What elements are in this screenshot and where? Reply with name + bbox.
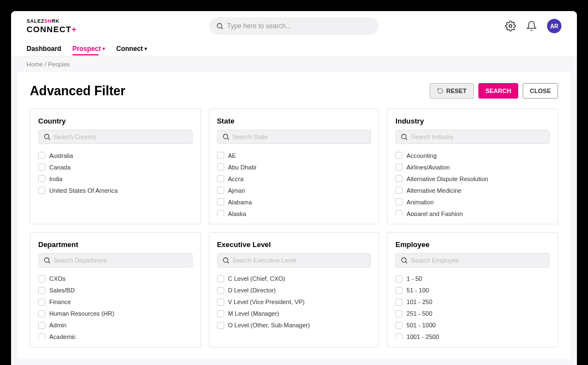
list-item[interactable]: V Level (Vice President, VP) (217, 296, 372, 308)
list-item[interactable]: Human Resources (HR) (38, 308, 193, 320)
list-item[interactable]: Airlines/Aviation (395, 161, 550, 173)
card-search[interactable] (217, 130, 372, 144)
list-item[interactable]: Australia (38, 150, 193, 161)
checkbox[interactable] (38, 275, 45, 282)
global-search[interactable] (209, 17, 379, 35)
list-item[interactable]: 101 - 250 (395, 296, 550, 308)
list-item[interactable]: Ajman (217, 184, 372, 196)
checkbox[interactable] (217, 175, 224, 182)
checkbox[interactable] (38, 310, 45, 317)
logo2-plus: + (71, 24, 77, 34)
card-search[interactable] (217, 253, 372, 268)
search-button[interactable]: SEARCH (478, 83, 518, 99)
list-item[interactable]: Abu Dhabi (217, 161, 372, 173)
list-item[interactable]: AE (217, 150, 372, 161)
checkbox[interactable] (38, 163, 45, 171)
list-item[interactable]: 1001 - 2500 (395, 331, 550, 340)
card-search[interactable] (38, 253, 193, 268)
list-item[interactable]: India (38, 173, 193, 184)
list-item[interactable]: Alabama (217, 196, 372, 208)
list-item-label: C Level (Chief, CXO) (228, 275, 285, 282)
card-search[interactable] (38, 130, 193, 144)
list-item-label: United States Of America (49, 187, 118, 194)
checkbox[interactable] (395, 287, 403, 294)
checkbox[interactable] (217, 198, 224, 205)
list-item[interactable]: Animation (395, 196, 550, 208)
list-item[interactable]: United States Of America (38, 184, 193, 196)
checkbox[interactable] (217, 152, 224, 159)
list-item[interactable]: M Level (Manager) (217, 308, 372, 320)
checkbox[interactable] (38, 152, 45, 159)
employee-search-input[interactable] (411, 257, 545, 264)
checkbox[interactable] (38, 333, 45, 340)
nav-connect[interactable]: Connect ▾ (116, 45, 147, 53)
list-item[interactable]: Alternative Medicine (395, 184, 550, 196)
checkbox[interactable] (395, 175, 403, 182)
nav-dashboard[interactable]: Dashboard (27, 45, 61, 53)
checkbox[interactable] (217, 187, 224, 194)
close-button[interactable]: CLOSE (523, 83, 558, 99)
bell-icon[interactable] (526, 20, 537, 32)
list-item[interactable]: Finance (38, 296, 193, 308)
list-item[interactable]: C Level (Chief, CXO) (217, 273, 372, 285)
checkbox[interactable] (217, 322, 224, 329)
checkbox[interactable] (395, 210, 403, 216)
list-item-label: Alaska (228, 210, 246, 216)
list-item[interactable]: 51 - 100 (395, 285, 550, 296)
card-search[interactable] (395, 130, 550, 144)
list-item[interactable]: CXOs (38, 273, 193, 285)
checkbox[interactable] (395, 310, 403, 317)
breadcrumb-home[interactable]: Home (27, 61, 43, 68)
list-item[interactable]: Accounting (395, 150, 550, 161)
state-search-input[interactable] (233, 133, 367, 140)
reset-label: RESET (446, 88, 467, 94)
list-item[interactable]: 501 - 1000 (395, 320, 550, 331)
checkbox[interactable] (395, 333, 403, 340)
list-item[interactable]: 251 - 500 (395, 308, 550, 320)
list-item[interactable]: Alaska (217, 208, 372, 216)
list-item[interactable]: Canada (38, 161, 193, 173)
list-item[interactable]: D Level (Director) (217, 285, 372, 296)
checkbox[interactable] (217, 287, 224, 294)
list-item-label: M Level (Manager) (228, 310, 279, 317)
checkbox[interactable] (217, 299, 224, 306)
list-item[interactable]: Sales/BD (38, 285, 193, 296)
list-item[interactable]: O Level (Other, Sub-Manager) (217, 320, 372, 331)
checkbox[interactable] (38, 175, 45, 182)
checkbox[interactable] (38, 287, 45, 294)
list-item[interactable]: Academic (38, 331, 193, 340)
reset-button[interactable]: RESET (430, 83, 474, 99)
avatar[interactable]: AR (547, 19, 561, 33)
list-item[interactable]: Apparel and Fashion (395, 208, 550, 216)
list-item[interactable]: Accra (217, 173, 372, 184)
industry-search-input[interactable] (411, 133, 545, 140)
nav-prospect[interactable]: Prospect ▾ (73, 45, 105, 53)
employee-items: 1 - 5051 - 100101 - 250251 - 500501 - 10… (395, 273, 550, 340)
department-search-input[interactable] (54, 257, 188, 264)
global-search-input[interactable] (227, 22, 372, 30)
checkbox[interactable] (38, 187, 45, 194)
list-item[interactable]: Alternative Dispute Resolution (395, 173, 550, 184)
checkbox[interactable] (395, 299, 403, 306)
logo[interactable]: SALEZSHRK CONNECT+ (27, 19, 77, 33)
card-search[interactable] (395, 253, 550, 268)
checkbox[interactable] (395, 275, 403, 282)
checkbox[interactable] (217, 163, 224, 171)
checkbox[interactable] (395, 187, 403, 194)
checkbox[interactable] (395, 163, 403, 171)
gear-icon[interactable] (505, 20, 516, 32)
executive-search-input[interactable] (233, 257, 367, 264)
checkbox[interactable] (395, 198, 403, 205)
country-search-input[interactable] (54, 133, 188, 140)
list-item[interactable]: Admin (38, 320, 193, 331)
svg-point-2 (509, 25, 512, 28)
checkbox[interactable] (395, 152, 403, 159)
list-item-label: 501 - 1000 (406, 322, 436, 328)
checkbox[interactable] (217, 210, 224, 216)
checkbox[interactable] (395, 322, 403, 329)
checkbox[interactable] (217, 275, 224, 282)
list-item[interactable]: 1 - 50 (395, 273, 550, 285)
checkbox[interactable] (217, 310, 224, 317)
checkbox[interactable] (38, 322, 45, 329)
checkbox[interactable] (38, 299, 45, 306)
